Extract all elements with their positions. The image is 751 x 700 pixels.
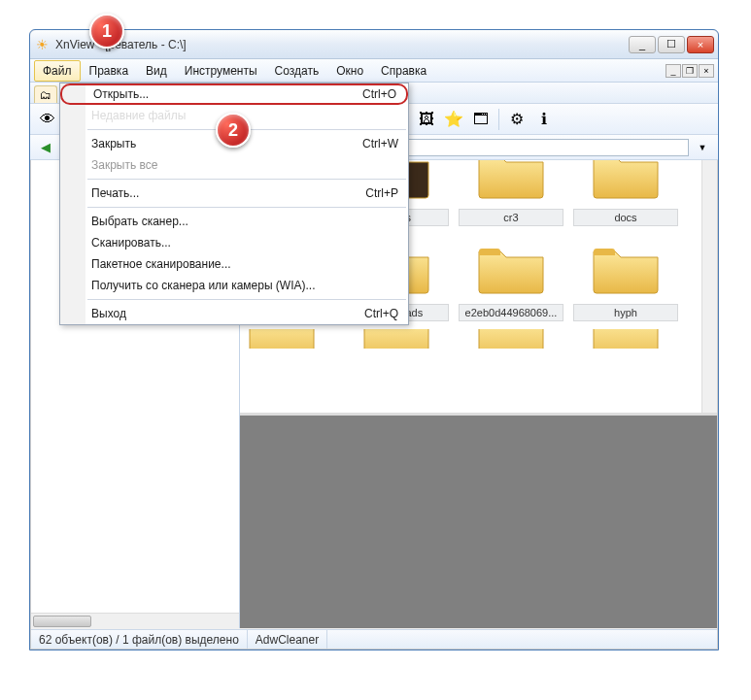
thumb-label: cr3 xyxy=(459,209,563,226)
mdi-restore-button[interactable]: ❐ xyxy=(682,64,698,78)
menu-item[interactable]: Выбрать сканер... xyxy=(60,211,408,232)
address-dropdown-icon[interactable]: ▼ xyxy=(693,138,712,157)
window-title: XnView - [реватель - C:\] xyxy=(55,38,629,51)
callout-badge-2: 2 xyxy=(216,113,251,148)
menu-item-label: Сканировать... xyxy=(91,236,171,250)
menu-item-label: Недавние файлы xyxy=(91,109,186,122)
menu-item[interactable]: Пакетное сканирование... xyxy=(60,253,408,275)
thumb-item[interactable]: e2eb0d44968069... xyxy=(458,234,564,321)
statusbar: 62 объект(ов) / 1 файл(ов) выделено AdwC… xyxy=(31,629,717,649)
nav-back-icon[interactable]: ◀ xyxy=(36,138,55,157)
menu-item[interactable]: Сканировать... xyxy=(60,232,408,253)
menu-item-shortcut: Ctrl+W xyxy=(362,137,398,150)
mdi-close-button[interactable]: × xyxy=(699,64,714,78)
image-icon[interactable]: 🖼 xyxy=(415,108,438,131)
settings-icon[interactable]: ⚙ xyxy=(505,108,529,131)
menu-item[interactable]: Печать...Ctrl+P xyxy=(60,183,408,204)
menu-инструменты[interactable]: Инструменты xyxy=(176,60,266,82)
window-close-button[interactable]: × xyxy=(687,36,714,53)
titlebar: ☀ XnView - [реватель - C:\] _ ☐ × xyxy=(30,30,718,59)
thumbs-v-scrollbar[interactable] xyxy=(701,160,717,413)
folder-icon xyxy=(582,160,669,207)
thumb-label: docs xyxy=(573,209,678,226)
thumb-label: hyph xyxy=(573,304,678,321)
tree-h-scrollbar[interactable] xyxy=(31,613,239,628)
status-count: 62 объект(ов) / 1 файл(ов) выделено xyxy=(31,630,248,649)
folder-icon xyxy=(582,234,669,302)
favorites-icon[interactable]: ⭐ xyxy=(442,108,465,131)
app-window: ☀ XnView - [реватель - C:\] _ ☐ × ФайлПр… xyxy=(29,29,719,650)
status-name: AdwCleaner xyxy=(248,630,327,649)
window-maximize-button[interactable]: ☐ xyxy=(658,36,685,53)
mdi-minimize-button[interactable]: _ xyxy=(666,64,681,78)
menu-item[interactable]: Получить со сканера или камеры (WIA)... xyxy=(60,275,408,296)
thumb-item[interactable]: cr3 xyxy=(458,160,564,226)
options-icon[interactable]: 🗔 xyxy=(469,108,493,131)
folder-icon xyxy=(467,234,555,302)
thumb-item[interactable]: hyph xyxy=(572,234,679,321)
menu-item-label: Закрыть все xyxy=(91,158,157,172)
menu-item-label: Печать... xyxy=(91,186,139,200)
menubar: ФайлПравкаВидИнструментыСоздатьОкноСправ… xyxy=(30,59,718,83)
menu-создать[interactable]: Создать xyxy=(266,60,328,82)
menu-вид[interactable]: Вид xyxy=(137,60,176,82)
menu-item[interactable]: Открыть...Ctrl+O xyxy=(60,83,408,105)
menu-item-label: Выбрать сканер... xyxy=(91,215,188,228)
menu-item-label: Закрыть xyxy=(91,137,136,150)
menu-item-shortcut: Ctrl+P xyxy=(365,186,398,200)
menu-окно[interactable]: Окно xyxy=(327,60,372,82)
camera-icon[interactable]: 👁 xyxy=(36,108,59,131)
menu-item[interactable]: ВыходCtrl+Q xyxy=(60,303,408,324)
menu-файл[interactable]: Файл xyxy=(34,60,81,82)
menu-item-label: Пакетное сканирование... xyxy=(91,257,231,271)
thumb-label: e2eb0d44968069... xyxy=(459,304,563,321)
menu-item: Закрыть все xyxy=(60,154,408,176)
preview-area xyxy=(240,413,717,628)
menu-правка[interactable]: Правка xyxy=(81,60,138,82)
callout-badge-1: 1 xyxy=(89,14,124,49)
menu-item-label: Получить со сканера или камеры (WIA)... xyxy=(91,279,316,292)
folder-icon xyxy=(467,160,555,207)
window-minimize-button[interactable]: _ xyxy=(629,36,656,53)
browser-tab-icon[interactable]: 🗂 xyxy=(34,85,57,103)
info-icon[interactable]: ℹ xyxy=(532,108,556,131)
thumb-item[interactable]: docs xyxy=(572,160,679,226)
menu-item-shortcut: Ctrl+Q xyxy=(364,307,398,320)
app-icon: ☀ xyxy=(34,37,50,52)
menu-item-label: Выход xyxy=(91,307,126,320)
menu-item-shortcut: Ctrl+O xyxy=(362,87,396,101)
menu-справка[interactable]: Справка xyxy=(372,60,435,82)
menu-item-label: Открыть... xyxy=(93,87,149,101)
